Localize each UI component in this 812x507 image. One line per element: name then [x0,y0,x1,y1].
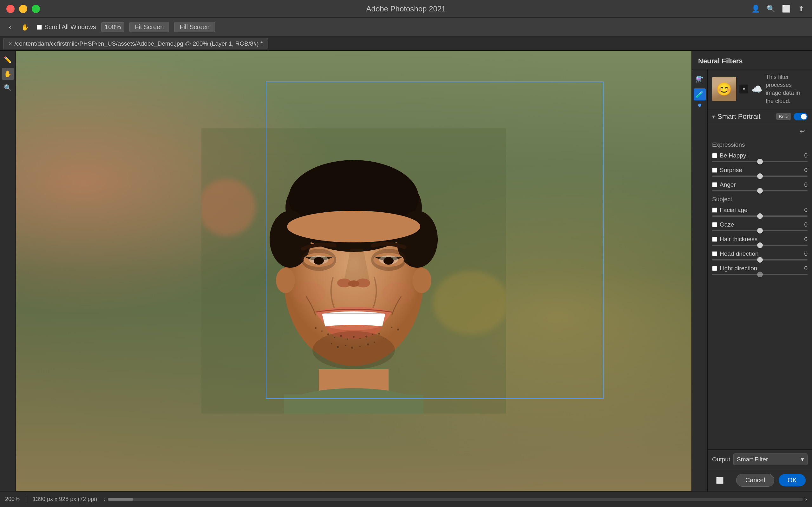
back-button[interactable]: ‹ [6,22,14,32]
gaze-slider-thumb[interactable] [757,228,763,233]
output-select[interactable]: Smart Filter ▾ [733,453,808,465]
surprise-control: Surprise 0 [712,167,808,177]
scroll-right-arrow[interactable]: › [805,497,807,502]
output-value: Smart Filter [737,456,768,463]
gaze-row: Gaze 0 [712,221,808,228]
light-direction-slider-track [712,274,808,275]
face-image [16,51,692,491]
smart-portrait-toggle[interactable] [794,113,808,120]
facial-age-slider-thumb[interactable] [757,213,763,219]
scroll-all-windows-checkbox[interactable]: Scroll All Windows [37,23,96,31]
be-happy-row: Be Happy! 0 [712,152,808,159]
hand-tool-icon[interactable]: ✋ [2,68,14,80]
title-bar-right: 👤 🔍 ⬜ ⬆ [751,4,806,13]
head-direction-slider-thumb[interactable] [757,257,763,263]
output-label: Output [712,456,730,463]
filter-thumb-face: 😊 [712,77,736,101]
file-tab[interactable]: × /content/dam/ccfirstmile/PHSP/en_US/as… [3,38,268,49]
neural-filters-panel: Neural Filters ⚗️ 🧪 😊 ▾ [692,51,812,491]
svg-point-23 [384,257,394,265]
nf-icons-column: ⚗️ 🧪 [692,69,708,491]
svg-point-15 [412,268,432,293]
svg-point-41 [359,346,361,347]
reset-button[interactable]: ↩ [797,126,808,136]
gaze-slider-track [712,230,808,231]
anger-slider-thumb[interactable] [757,188,763,193]
cancel-button[interactable]: Cancel [736,474,774,487]
scroll-left-arrow[interactable]: ‹ [103,497,105,502]
be-happy-value: 0 [800,152,808,159]
gaze-label: Gaze [720,221,798,228]
maximize-button[interactable] [32,5,40,13]
cloud-icon: ☁️ [751,84,763,95]
window-controls [6,5,40,13]
search-icon[interactable]: 🔍 [766,4,775,13]
be-happy-checkbox[interactable] [712,153,717,158]
nf-filter-icon[interactable]: ⚗️ [694,73,706,85]
arrange-icon[interactable]: ⬜ [781,4,791,13]
filter-thumbnail: 😊 [712,77,736,101]
svg-point-44 [321,331,322,332]
hair-thickness-checkbox[interactable] [712,237,717,242]
light-direction-row: Light direction 0 [712,265,808,272]
scroll-indicator: ‹ › [103,497,807,502]
light-direction-checkbox[interactable] [712,266,717,271]
head-direction-slider-track [712,259,808,261]
edit-tool-icon[interactable]: ✏️ [2,54,14,66]
be-happy-slider-track [712,161,808,162]
fill-screen-button[interactable]: Fill Screen [174,22,215,32]
head-direction-label: Head direction [720,250,798,257]
be-happy-slider-thumb[interactable] [757,159,763,164]
head-direction-checkbox[interactable] [712,251,717,257]
svg-point-34 [365,336,367,337]
facial-age-control: Facial age 0 [712,207,808,217]
svg-point-46 [391,327,392,328]
file-tab-bar: × /content/dam/ccfirstmile/PHSP/en_US/as… [0,37,812,51]
svg-point-47 [397,329,399,331]
fit-screen-button[interactable]: Fit Screen [130,22,169,32]
filter-expand-button[interactable]: ▾ [740,84,748,94]
neural-filters-header: Neural Filters [692,51,812,69]
facial-age-checkbox[interactable] [712,208,717,213]
share-icon[interactable]: ⬆ [797,4,806,13]
svg-rect-6 [284,395,423,413]
minimize-button[interactable] [19,5,27,13]
hair-thickness-slider-thumb[interactable] [757,242,763,248]
svg-point-39 [345,345,346,346]
hair-thickness-slider-track [712,245,808,246]
file-tab-path: /content/dam/ccfirstmile/PHSP/en_US/asse… [14,40,263,47]
hand-tool-button[interactable]: ✋ [19,22,32,32]
light-direction-value: 0 [800,265,808,272]
anger-checkbox[interactable] [712,182,717,187]
smart-portrait-header[interactable]: ▾ Smart Portrait Beta [708,109,812,124]
zoom-tool-icon[interactable]: 🔍 [2,82,14,94]
horizontal-scrollbar[interactable] [108,498,803,501]
svg-point-14 [276,268,295,293]
layers-icon[interactable]: ⬜ [714,475,725,486]
svg-point-42 [367,343,369,345]
close-button[interactable] [6,5,14,13]
scroll-all-windows-label: Scroll All Windows [44,23,96,31]
neural-filters-title: Neural Filters [698,57,743,65]
svg-point-35 [372,334,373,335]
profile-icon[interactable]: 👤 [751,4,760,13]
svg-point-29 [334,337,335,338]
file-tab-close-icon[interactable]: × [9,41,12,47]
anger-label: Anger [720,181,798,188]
scroll-thumb [108,498,133,501]
surprise-slider-thumb[interactable] [757,173,763,179]
sp-chevron-icon[interactable]: ▾ [712,113,715,120]
surprise-checkbox[interactable] [712,168,717,173]
light-direction-slider-thumb[interactable] [757,272,763,277]
subject-label: Subject [712,196,808,203]
ok-button[interactable]: OK [779,474,806,487]
head-direction-value: 0 [800,250,808,257]
gaze-checkbox[interactable] [712,222,717,227]
svg-point-13 [287,211,420,242]
smart-portrait-title: Smart Portrait [717,112,774,121]
hair-thickness-control: Hair thickness 0 [712,236,808,246]
status-bar: 200% 1390 px x 928 px (72 ppi) ‹ › [0,491,812,507]
svg-point-31 [347,338,348,340]
surprise-slider-track [712,176,808,177]
nf-active-icon[interactable]: 🧪 [694,89,706,101]
